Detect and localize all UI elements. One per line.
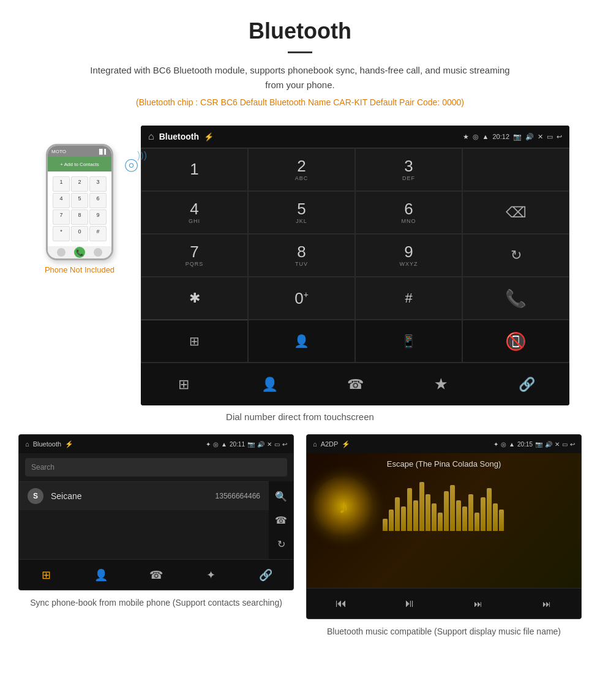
page-header: Bluetooth Integrated with BC6 Bluetooth … xyxy=(0,0,600,126)
music-next-button[interactable]: ⏭ xyxy=(444,589,512,619)
music-screen-wrap: ⌂ A2DP ⚡ ✦ ◎ ▲ 20:15 📷 🔊 ✕ ▭ ↩ E xyxy=(306,434,582,638)
dial-key-3[interactable]: 3 DEF xyxy=(355,148,462,191)
music-prev-button[interactable]: ⏮ xyxy=(307,589,375,619)
visualizer-bar xyxy=(395,497,400,531)
dial-grid: 1 2 ABC 3 DEF 4 GHI 5 JKL xyxy=(141,148,569,363)
bluetooth-specs: (Bluetooth chip : CSR BC6 Default Blueto… xyxy=(12,97,588,107)
usb-icon: ⚡ xyxy=(204,132,214,141)
visualizer-bar xyxy=(474,513,479,531)
music-album-art: ♪ xyxy=(313,476,374,537)
pb-search-row: Search xyxy=(19,453,293,481)
visualizer-bar xyxy=(426,494,430,531)
pb-search-placeholder: Search xyxy=(31,463,54,472)
pb-search-box[interactable]: Search xyxy=(25,458,287,476)
music-screen: ⌂ A2DP ⚡ ✦ ◎ ▲ 20:15 📷 🔊 ✕ ▭ ↩ E xyxy=(306,434,582,619)
dial-nav-apps[interactable]: ⊞ xyxy=(141,320,248,363)
visualizer-bar xyxy=(419,482,424,531)
visualizer-bar xyxy=(389,510,394,531)
music-body: Escape (The Pina Colada Song) ♪ xyxy=(307,453,581,588)
music-win-icon: ▭ xyxy=(562,441,568,448)
pb-nav-user[interactable]: 👤 xyxy=(74,560,129,590)
pb-refresh-side-icon[interactable]: ↻ xyxy=(277,538,285,550)
nav-phone-icon[interactable]: ☎ xyxy=(312,363,398,405)
music-caption-text: Bluetooth music compatible (Support disp… xyxy=(327,627,561,636)
pb-nav-bt[interactable]: ✦ xyxy=(184,560,239,590)
nav-user-icon[interactable]: 👤 xyxy=(227,363,312,405)
nav-apps-icon[interactable]: ⊞ xyxy=(141,363,227,405)
phone-illustration: MOTO ▐▌▌ + Add to Contacts 1 2 3 4 5 xyxy=(31,144,129,274)
music-close-icon: ✕ xyxy=(555,441,560,448)
pb-contact-row[interactable]: S Seicane 13566664466 xyxy=(19,481,269,510)
music-status-bar: ⌂ A2DP ⚡ ✦ ◎ ▲ 20:15 📷 🔊 ✕ ▭ ↩ xyxy=(307,435,581,453)
signal-icon: ▲ xyxy=(482,133,489,140)
music-usb-icon: ⚡ xyxy=(342,440,350,448)
dial-nav-contacts[interactable]: 👤 xyxy=(248,320,355,363)
dial-backspace-button[interactable]: ⌫ xyxy=(462,191,569,234)
dial-call-button[interactable]: 📞 xyxy=(462,277,569,320)
pb-phone-side-icon[interactable]: ☎ xyxy=(275,514,287,526)
music-back-icon: ↩ xyxy=(570,441,575,448)
phonebook-screen: ⌂ Bluetooth ⚡ ✦ ◎ ▲ 20:11 📷 🔊 ✕ ▭ ↩ xyxy=(18,434,294,590)
pb-nav-bar: ⊞ 👤 ☎ ✦ 🔗 xyxy=(19,559,293,590)
pb-back-icon: ↩ xyxy=(282,441,287,448)
dial-end-call-button[interactable]: 📵 xyxy=(462,320,569,363)
visualizer-bar xyxy=(450,485,455,531)
nav-link-icon[interactable]: 🔗 xyxy=(484,363,569,405)
dial-key-8[interactable]: 8 TUV xyxy=(248,234,355,277)
pb-nav-apps[interactable]: ⊞ xyxy=(19,560,74,590)
pb-nav-link[interactable]: 🔗 xyxy=(238,560,293,590)
visualizer-bar xyxy=(456,500,461,531)
dial-refresh-button[interactable]: ↻ xyxy=(462,234,569,277)
pb-sig-icon: ▲ xyxy=(221,441,227,448)
phonebook-caption: Sync phone-book from mobile phone (Suppo… xyxy=(30,597,282,609)
dial-key-9[interactable]: 9 WXYZ xyxy=(355,234,462,277)
pb-search-side-icon[interactable]: 🔍 xyxy=(275,491,287,502)
dial-key-5[interactable]: 5 JKL xyxy=(248,191,355,234)
location-icon: ◎ xyxy=(473,133,479,141)
page-description: Integrated with BC6 Bluetooth module, su… xyxy=(86,63,514,92)
dial-key-6[interactable]: 6 MNO xyxy=(355,191,462,234)
camera-icon: 📷 xyxy=(513,133,522,141)
visualizer-bar xyxy=(401,506,406,531)
music-content-row: ♪ xyxy=(313,476,575,537)
dial-key-hash[interactable]: # xyxy=(355,277,462,320)
pb-contact-avatar: S xyxy=(28,488,43,504)
pb-nav-phone[interactable]: ☎ xyxy=(129,560,184,590)
dial-key-2[interactable]: 2 ABC xyxy=(248,148,355,191)
dial-key-4[interactable]: 4 GHI xyxy=(141,191,248,234)
visualizer-bar xyxy=(438,513,443,531)
pb-close-icon: ✕ xyxy=(267,441,272,448)
dial-key-1[interactable]: 1 xyxy=(141,148,248,191)
dial-nav-phone[interactable]: 📱 xyxy=(355,320,462,363)
nav-bluetooth-icon[interactable]: ★ xyxy=(398,363,484,405)
dial-key-0[interactable]: 0+ xyxy=(248,277,355,320)
music-sig-icon: ▲ xyxy=(509,441,515,448)
dial-display-area xyxy=(462,148,569,191)
visualizer-bar xyxy=(481,497,486,531)
music-bt-icon: ✦ xyxy=(493,441,498,448)
pb-bt-icon: ✦ xyxy=(206,441,211,448)
music-extra-button[interactable]: ⏭ xyxy=(512,589,581,619)
dial-key-7[interactable]: 7 PQRS xyxy=(141,234,248,277)
music-note-icon: ♪ xyxy=(339,495,348,518)
car-status-bar: ⌂ Bluetooth ⚡ ★ ◎ ▲ 20:12 📷 🔊 ✕ ▭ ↩ xyxy=(141,126,569,148)
visualizer-bar xyxy=(487,488,492,531)
phonebook-caption-text: Sync phone-book from mobile phone (Suppo… xyxy=(30,598,282,608)
window-icon: ▭ xyxy=(547,133,553,141)
pb-home-icon: ⌂ xyxy=(25,440,29,448)
music-play-pause-button[interactable]: ⏯ xyxy=(375,589,444,619)
visualizer-bar xyxy=(499,510,504,531)
dial-key-star[interactable]: ✱ xyxy=(141,277,248,320)
close-icon: ✕ xyxy=(538,133,543,141)
pb-side-icons: 🔍 ☎ ↻ xyxy=(269,481,293,559)
visualizer-bar xyxy=(383,519,388,531)
visualizer-bar xyxy=(468,494,473,531)
music-vol-icon: 🔊 xyxy=(545,441,552,448)
pb-contact-name: Seicane xyxy=(51,491,216,501)
phonebook-screen-wrap: ⌂ Bluetooth ⚡ ✦ ◎ ▲ 20:11 📷 🔊 ✕ ▭ ↩ xyxy=(18,434,294,638)
music-nav-bar: ⏮ ⏯ ⏭ ⏭ xyxy=(307,588,581,619)
music-loc-icon: ◎ xyxy=(501,441,506,448)
pb-win-icon: ▭ xyxy=(274,441,280,448)
pb-cam-icon: 📷 xyxy=(247,441,255,448)
phone-add-contacts-bar: + Add to Contacts xyxy=(48,157,111,171)
